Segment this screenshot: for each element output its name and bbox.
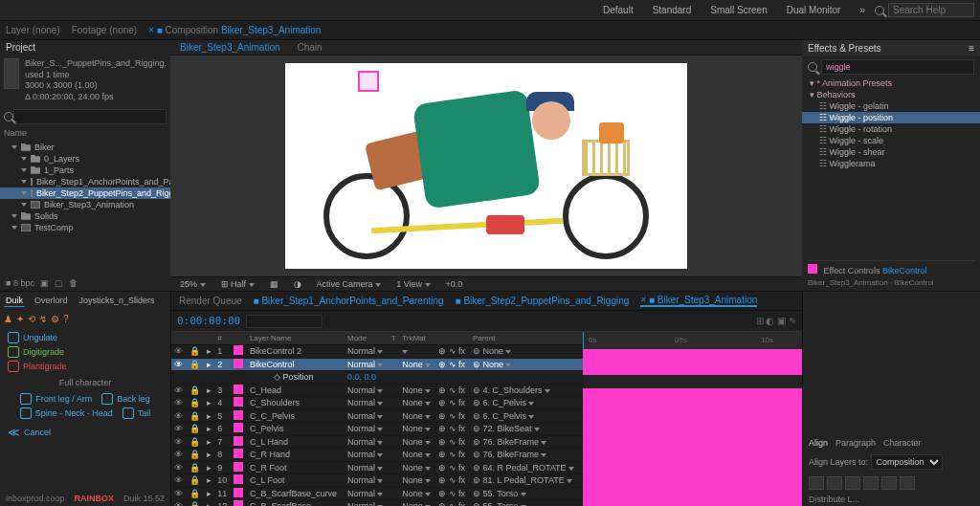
grid-icon[interactable]: ▦ — [266, 279, 282, 289]
layer-bar[interactable] — [583, 466, 802, 479]
layer-row[interactable]: 👁🔒▸4C_ShouldersNormal None ⊕ ∿ fx⊚ 6. C_… — [171, 397, 583, 410]
layer-property-position[interactable]: ◇ Position0.0, 0.0 — [171, 371, 583, 385]
duik-plantigrade[interactable]: Plantigrade — [8, 361, 163, 372]
workspace-standard[interactable]: Standard — [643, 3, 702, 17]
trash-icon[interactable]: 🗑 — [69, 278, 78, 288]
layer-bar[interactable] — [583, 478, 802, 492]
layer-column-header[interactable] — [171, 332, 187, 345]
layer-column-header[interactable] — [187, 332, 204, 345]
duik-tail[interactable]: Tail — [122, 407, 151, 419]
timeline-search-input[interactable] — [246, 315, 323, 328]
tab-duik[interactable]: Duik — [4, 295, 25, 307]
preset-item[interactable]: ☷ Wigglerama — [802, 158, 980, 169]
duik-digitigrade[interactable]: Digitigrade — [8, 346, 163, 358]
project-tree-item[interactable]: Biker_Step3_Animation — [0, 199, 170, 210]
bpc-toggle[interactable]: ■ 8 bpc — [6, 278, 34, 288]
layer-column-header[interactable]: Mode — [345, 332, 389, 345]
layer-column-header[interactable]: # — [214, 332, 231, 345]
layer-bar[interactable] — [583, 363, 802, 376]
duik-ungulate[interactable]: Ungulate — [8, 332, 163, 343]
project-tree-item[interactable]: 0_Layers — [0, 153, 170, 165]
preset-item[interactable]: ☷ Wiggle - gelatin — [802, 100, 980, 112]
duik-tool-icon[interactable]: ♟ — [4, 314, 12, 324]
tab-joysticks[interactable]: Joysticks_n_Sliders — [78, 295, 157, 307]
workspace-dual-monitor[interactable]: Dual Monitor — [777, 3, 851, 17]
tab-character[interactable]: Character — [883, 438, 922, 448]
layer-bar[interactable] — [583, 440, 802, 453]
preset-item[interactable]: ☷ Wiggle - position — [802, 112, 980, 123]
layer-row[interactable]: 👁🔒▸1BikeControl 2Normal ⊕ ∿ fx⊚ None — [171, 345, 583, 359]
layer-bar[interactable] — [583, 388, 802, 402]
layer-column-header[interactable]: T — [389, 332, 399, 345]
tab-comp-2[interactable]: ■ Biker_Step2_PuppetPins_and_Rigging — [456, 296, 630, 306]
align-bottom-icon[interactable] — [900, 476, 915, 490]
timeline-switches-icon[interactable]: ⊞ ◐ ▣ ✎ — [756, 316, 796, 326]
tab-overlord[interactable]: Overlord — [33, 295, 70, 307]
workspace-overflow-icon[interactable]: » — [850, 3, 875, 17]
active-comp-name[interactable]: Biker_Step3_Animation — [221, 25, 322, 35]
zoom-dropdown[interactable]: 25% — [176, 279, 210, 289]
duik-tool-icon[interactable]: ? — [63, 314, 69, 324]
effects-search-input[interactable] — [821, 59, 974, 75]
layer-column-header[interactable] — [435, 332, 470, 345]
workspace-small-screen[interactable]: Small Screen — [701, 3, 776, 17]
project-item-thumbnail[interactable] — [4, 58, 19, 89]
duik-tool-icon[interactable]: ⚙ — [51, 314, 59, 324]
layer-row[interactable]: 👁🔒▸11C_B_ScarfBase_curveNormal None ⊕ ∿ … — [171, 487, 583, 500]
project-tree-item[interactable]: TestComp — [0, 222, 170, 233]
workspace-default[interactable]: Default — [593, 3, 643, 17]
layer-bar[interactable] — [583, 414, 802, 428]
layer-bar[interactable] — [583, 427, 802, 440]
layer-row[interactable]: 👁🔒▸8C_R HandNormal None ⊕ ∿ fx⊚ 76. Bike… — [171, 449, 583, 462]
tab-paragraph[interactable]: Paragraph — [835, 438, 876, 448]
exposure-value[interactable]: +0.0 — [442, 279, 467, 289]
new-comp-icon[interactable]: ▣ — [40, 278, 49, 288]
duik-tool-icon[interactable]: ⟲ — [28, 314, 35, 324]
tab-align[interactable]: Align — [809, 438, 828, 448]
new-folder-icon[interactable]: ▢ — [55, 278, 63, 288]
project-tree-item[interactable]: Biker_Step2_PuppetPins_and_Rigging — [0, 187, 170, 199]
layer-column-header[interactable]: Layer Name — [247, 332, 345, 345]
align-target-dropdown[interactable]: Composition — [871, 454, 943, 470]
project-tree-item[interactable]: Solids — [0, 210, 170, 222]
align-top-icon[interactable] — [863, 476, 879, 490]
timeline-tracks[interactable]: 0s05s10s15s — [583, 332, 802, 506]
layer-row[interactable]: 👁🔒▸6C_PelvisNormal None ⊕ ∿ fx⊚ 72. Bike… — [171, 423, 583, 436]
align-center-h-icon[interactable] — [827, 476, 842, 490]
project-tree-item[interactable]: Biker_Step1_AnchorPoints_and_Parenting — [0, 176, 170, 187]
effect-controls-target[interactable]: BikeControl — [882, 266, 927, 275]
layer-column-header[interactable] — [204, 332, 215, 345]
duik-back-leg[interactable]: Back leg — [101, 393, 150, 405]
layer-row[interactable]: 👁🔒▸3C_HeadNormal None ⊕ ∿ fx⊚ 4. C_Shoul… — [171, 384, 583, 397]
preset-item[interactable]: ☷ Wiggle - shear — [802, 146, 980, 158]
project-tree-item[interactable]: Biker — [0, 142, 170, 153]
tab-comp-1[interactable]: ■ Biker_Step1_AnchorPoints_and_Parenting — [254, 296, 444, 306]
tab-comp-3[interactable]: × ■ Biker_Step3_Animation — [640, 295, 757, 307]
preset-item[interactable]: ▾ * Animation Presets — [802, 77, 980, 89]
layer-bar[interactable] — [583, 492, 802, 505]
preset-item[interactable]: ▾ Behaviors — [802, 89, 980, 100]
playhead[interactable] — [583, 332, 584, 349]
layer-row[interactable]: 👁🔒▸10C_L FootNormal None ⊕ ∿ fx⊚ 81. L P… — [171, 474, 583, 488]
layer-column-header[interactable]: TrkMat — [399, 332, 435, 345]
resolution-dropdown[interactable]: ⊞ Half — [217, 279, 258, 289]
layer-bar[interactable] — [583, 401, 802, 414]
comp-tab-chain[interactable]: Chain — [294, 40, 326, 55]
view-count-dropdown[interactable]: 1 View — [392, 279, 434, 289]
project-search-input[interactable] — [13, 109, 167, 124]
layer-bar[interactable] — [583, 452, 802, 466]
duik-front-leg[interactable]: Front leg / Arm — [20, 393, 92, 405]
tab-render-queue[interactable]: Render Queue — [179, 296, 242, 306]
duik-spine[interactable]: Spine - Neck - Head — [20, 407, 113, 419]
align-left-icon[interactable] — [809, 476, 824, 490]
duik-footer-link[interactable]: inboxprod.coop — [6, 494, 65, 503]
layer-bar[interactable] — [583, 349, 802, 363]
comp-tab-active[interactable]: Biker_Step3_Animation — [176, 40, 284, 55]
mask-toggle-icon[interactable]: ◑ — [290, 279, 305, 289]
duik-tool-icon[interactable]: ↯ — [39, 314, 47, 324]
layer-row[interactable]: 👁🔒▸7C_L HandNormal None ⊕ ∿ fx⊚ 76. Bike… — [171, 435, 583, 449]
align-right-icon[interactable] — [845, 476, 860, 490]
camera-dropdown[interactable]: Active Camera — [313, 279, 386, 289]
layer-column-header[interactable] — [231, 332, 247, 345]
duik-tool-icon[interactable]: ✦ — [16, 314, 24, 324]
